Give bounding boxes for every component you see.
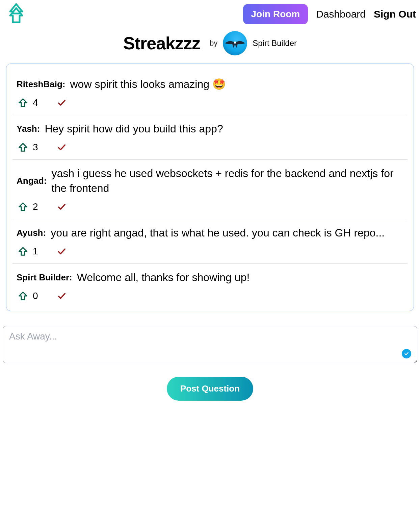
message-text: wow spirit this looks amazing 🤩 [70,77,403,92]
nav-right: Join Room Dashboard Sign Out [243,4,416,24]
checkmark-icon [57,98,67,107]
message-item: Yash: Hey spirit how did you build this … [12,115,408,160]
check-button[interactable] [57,247,67,256]
input-verified-icon [402,349,411,358]
check-button[interactable] [57,143,67,152]
upvote-count: 2 [33,201,38,212]
upvote-icon [18,98,28,108]
author-avatar [223,31,247,55]
post-button-wrap: Post Question [0,377,420,414]
upvote-icon [18,142,28,152]
check-button[interactable] [57,202,67,211]
svg-point-0 [234,42,236,44]
upvote-icon [18,246,28,256]
upvote-icon [18,202,28,212]
checkmark-icon [57,291,67,301]
message-username: RiteshBaig: [17,79,65,90]
upvote-button[interactable] [18,142,28,152]
message-text: you are right angad, that is what he use… [51,225,403,241]
message-text: yash i guess he used websockets + redis … [52,166,403,196]
logo-icon[interactable] [8,3,24,25]
message-text: Welcome all, thanks for showing up! [77,270,403,285]
dashboard-link[interactable]: Dashboard [316,8,366,20]
message-username: Angad: [17,176,47,186]
message-text: Hey spirit how did you build this app? [45,121,403,136]
upvote-count: 1 [33,246,38,257]
room-meta: by Spirt Builder [210,31,297,55]
upvote-button[interactable] [18,246,28,256]
input-area [3,326,417,365]
upvote-icon [18,291,28,301]
checkmark-icon [57,202,67,211]
room-title: Streakzzz [123,33,200,53]
message-username: Spirt Builder: [17,272,72,283]
upvote-button[interactable] [18,98,28,108]
upvote-count: 0 [33,291,38,301]
message-item: RiteshBaig: wow spirit this looks amazin… [12,71,408,115]
check-button[interactable] [57,291,67,301]
upvote-count: 4 [33,97,38,108]
post-question-button[interactable]: Post Question [167,377,253,401]
message-item: Angad: yash i guess he used websockets +… [12,160,408,220]
upvote-button[interactable] [18,291,28,301]
message-item: Ayush: you are right angad, that is what… [12,219,408,264]
message-item: Spirt Builder: Welcome all, thanks for s… [12,264,408,308]
checkmark-icon [57,143,67,152]
join-room-button[interactable]: Join Room [243,4,308,24]
upvote-button[interactable] [18,202,28,212]
app-header: Join Room Dashboard Sign Out [0,0,420,28]
messages-container: RiteshBaig: wow spirit this looks amazin… [6,64,414,311]
check-button[interactable] [57,98,67,107]
room-header: Streakzzz by Spirt Builder [0,28,420,64]
upvote-count: 3 [33,142,38,153]
author-name: Spirt Builder [253,39,297,48]
by-label: by [210,39,217,48]
message-username: Yash: [17,124,40,134]
signout-link[interactable]: Sign Out [374,8,416,20]
checkmark-icon [57,247,67,256]
message-username: Ayush: [17,228,46,238]
question-input[interactable] [3,326,417,363]
